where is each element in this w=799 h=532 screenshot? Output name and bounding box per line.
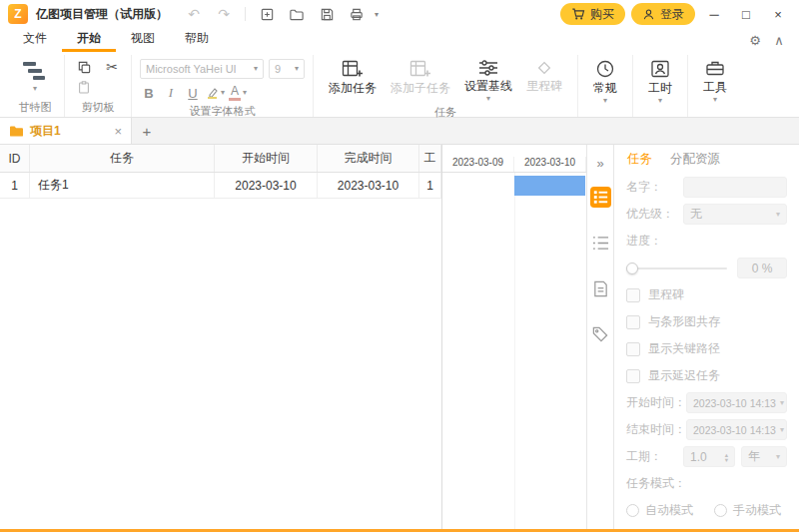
manual-mode-radio[interactable]: 手动模式 xyxy=(714,502,781,519)
manual-mode-label: 手动模式 xyxy=(733,502,781,519)
menu-view[interactable]: 视图 xyxy=(116,28,170,52)
table-row[interactable]: 1 任务1 2023-03-10 2023-03-10 1 xyxy=(0,173,441,199)
checkbox-icon[interactable] xyxy=(626,342,640,356)
task-form-icon[interactable] xyxy=(587,174,613,220)
highlight-color-button[interactable]: ▾ xyxy=(206,84,225,102)
paste-icon[interactable] xyxy=(77,80,91,95)
login-button[interactable]: 登录 xyxy=(631,3,695,25)
slider-knob[interactable] xyxy=(626,263,638,274)
tab-close-icon[interactable]: × xyxy=(114,124,122,139)
name-input[interactable] xyxy=(683,177,787,198)
duration-unit-select[interactable]: 年 ▾ xyxy=(741,446,787,467)
add-subtask-button[interactable]: 添加子任务 xyxy=(384,56,457,103)
coexist-checkbox-row[interactable]: 与条形图共存 xyxy=(626,311,787,332)
critical-path-checkbox-row[interactable]: 显示关键路径 xyxy=(626,338,787,359)
start-time-select[interactable]: 2023-03-10 14:13 ▾ xyxy=(686,392,787,413)
checkbox-icon[interactable] xyxy=(626,315,640,329)
side-icon-strip: » xyxy=(587,145,613,529)
add-task-button[interactable]: 添加任务 xyxy=(322,56,384,103)
cut-icon[interactable]: ✂ xyxy=(106,59,118,75)
minimize-button[interactable]: ─ xyxy=(701,3,727,25)
spinner-icons[interactable]: ▴ ▾ xyxy=(725,452,728,462)
header-work[interactable]: 工 xyxy=(419,145,441,172)
set-baseline-button[interactable]: 设置基线 ▾ xyxy=(457,56,519,103)
radio-icon[interactable] xyxy=(714,504,727,517)
collapse-panel-icon[interactable]: » xyxy=(596,152,603,174)
milestone-icon xyxy=(535,59,553,77)
document-tab-project1[interactable]: 项目1 × xyxy=(0,118,132,144)
milestone-button[interactable]: 里程碑 xyxy=(519,56,569,103)
toolbox-icon xyxy=(705,59,725,78)
delayed-task-checkbox-row[interactable]: 显示延迟任务 xyxy=(626,365,787,386)
settings-gear-icon[interactable]: ⚙ xyxy=(743,28,767,52)
checkbox-icon[interactable] xyxy=(626,369,640,383)
radio-icon[interactable] xyxy=(626,504,639,517)
header-start[interactable]: 开始时间 xyxy=(215,145,318,172)
progress-value-box[interactable]: 0 % xyxy=(737,258,787,278)
open-folder-icon[interactable] xyxy=(285,3,309,25)
italic-button[interactable]: I xyxy=(162,84,180,102)
font-size-select[interactable]: 9 ▾ xyxy=(269,59,305,79)
close-button[interactable]: × xyxy=(765,3,791,25)
save-icon[interactable] xyxy=(315,3,339,25)
header-task[interactable]: 任务 xyxy=(30,145,215,172)
work-hours-button[interactable]: 工时 ▾ xyxy=(641,56,679,105)
bold-button[interactable]: B xyxy=(140,84,158,102)
duration-input[interactable]: 1.0 ▴ ▾ xyxy=(683,446,735,467)
redo-icon[interactable]: ↷ xyxy=(212,3,236,25)
font-family-value: Microsoft YaHei UI xyxy=(146,63,237,75)
chevron-down-icon: ▾ xyxy=(243,89,247,97)
header-finish[interactable]: 完成时间 xyxy=(318,145,419,172)
tools-button[interactable]: 工具 ▾ xyxy=(696,56,734,104)
general-button[interactable]: 常规 ▾ xyxy=(586,56,624,105)
buy-button[interactable]: 购买 xyxy=(560,3,625,25)
new-document-icon[interactable] xyxy=(255,3,279,25)
auto-mode-radio[interactable]: 自动模式 xyxy=(626,502,693,519)
maximize-button[interactable]: □ xyxy=(733,3,759,25)
quick-access-chevron-icon[interactable]: ▾ xyxy=(375,10,389,19)
panel-tab-task[interactable]: 任务 xyxy=(627,151,652,168)
font-family-select[interactable]: Microsoft YaHei UI ▾ xyxy=(140,59,264,79)
collapse-ribbon-icon[interactable]: ∧ xyxy=(767,28,791,52)
menu-home[interactable]: 开始 xyxy=(62,28,116,52)
print-icon[interactable] xyxy=(345,3,369,25)
app-title: 亿图项目管理（试用版） xyxy=(36,6,168,23)
ribbon-group-general: 常规 ▾ xyxy=(577,55,632,117)
clipboard-buttons: ✂ xyxy=(73,56,123,95)
menu-file[interactable]: 文件 xyxy=(8,28,62,52)
chevron-down-icon: ▾ xyxy=(603,97,607,105)
notes-panel-icon[interactable] xyxy=(587,266,613,311)
undo-icon[interactable]: ↶ xyxy=(182,3,206,25)
cart-icon xyxy=(571,7,585,21)
spin-down-icon[interactable]: ▾ xyxy=(725,457,728,462)
gantt-chart-icon xyxy=(22,60,48,82)
font-color-button[interactable]: A ▾ xyxy=(229,84,247,102)
document-tabbar: 项目1 × + xyxy=(0,118,799,145)
gantt-view-button[interactable]: ▾ xyxy=(14,56,56,97)
progress-slider[interactable] xyxy=(626,262,727,275)
underline-button[interactable]: U xyxy=(184,84,202,102)
cell-work[interactable]: 1 xyxy=(419,173,441,198)
new-tab-button[interactable]: + xyxy=(132,118,162,144)
person-card-icon xyxy=(650,59,670,79)
duration-label: 工期： xyxy=(626,448,662,465)
end-time-select[interactable]: 2023-03-10 14:13 ▾ xyxy=(686,419,787,440)
cell-finish[interactable]: 2023-03-10 xyxy=(318,173,419,198)
auto-mode-label: 自动模式 xyxy=(645,502,693,519)
cell-task[interactable]: 任务1 xyxy=(30,173,215,198)
copy-icon[interactable] xyxy=(77,60,92,75)
list-panel-icon[interactable] xyxy=(587,220,613,266)
menu-help[interactable]: 帮助 xyxy=(170,28,224,52)
checkbox-icon[interactable] xyxy=(626,288,640,302)
panel-tab-resources[interactable]: 分配资源 xyxy=(670,151,720,168)
milestone-checkbox-row[interactable]: 里程碑 xyxy=(626,284,787,305)
priority-select[interactable]: 无 ▾ xyxy=(683,204,787,225)
header-id[interactable]: ID xyxy=(0,145,30,172)
gantt-header: 2023-03-09 2023-03-10 xyxy=(442,145,586,173)
cell-start[interactable]: 2023-03-10 xyxy=(215,173,318,198)
end-time-value: 2023-03-10 14:13 xyxy=(693,424,776,436)
tag-panel-icon[interactable] xyxy=(587,311,613,357)
progress-label: 进度： xyxy=(626,233,662,250)
gantt-bar-task1[interactable] xyxy=(514,176,585,196)
cell-id[interactable]: 1 xyxy=(0,173,30,198)
